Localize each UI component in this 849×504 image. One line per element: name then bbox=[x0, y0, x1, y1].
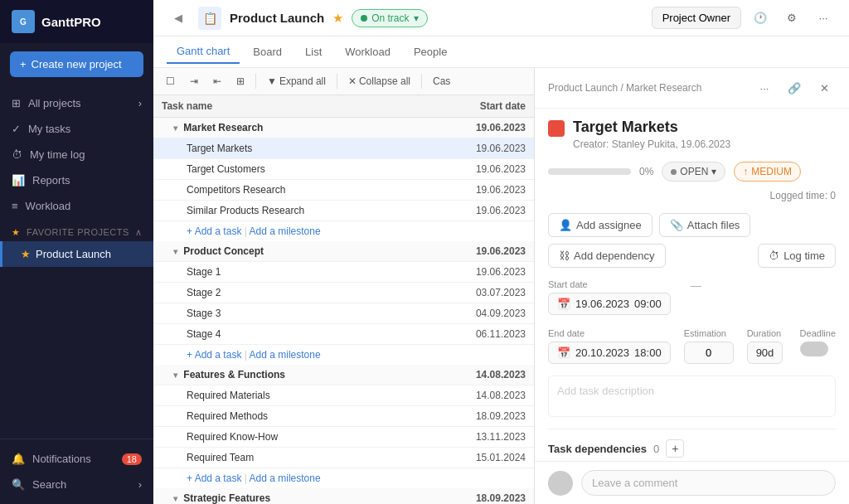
settings-icon[interactable]: ⚙ bbox=[779, 6, 804, 31]
table-row[interactable]: Required Methods 18.09.2023 bbox=[153, 406, 534, 427]
table-row[interactable]: ▾ Features & Functions 14.08.2023 bbox=[153, 365, 534, 385]
bar-chart-icon: 📊 bbox=[12, 174, 25, 187]
checkbox-all-button[interactable]: ☐ bbox=[160, 73, 181, 90]
calendar-icon: 📅 bbox=[557, 298, 570, 310]
panel-task-title: Target Markets bbox=[573, 119, 730, 136]
add-task-ff-link[interactable]: + Add a task bbox=[187, 472, 241, 484]
start-date-header: Start date bbox=[451, 95, 534, 117]
group-toggle-icon[interactable]: ▾ bbox=[173, 494, 177, 503]
table-row[interactable]: Target Markets 19.06.2023 bbox=[153, 138, 534, 159]
group-toggle-icon[interactable]: ▾ bbox=[173, 371, 177, 380]
sidebar-item-search[interactable]: 🔍 Search › bbox=[0, 472, 153, 497]
progress-bar bbox=[548, 168, 631, 175]
content-area: ☐ ⇥ ⇤ ⊞ ▼ Expand all ✕ Collapse all bbox=[153, 68, 849, 504]
add-dependency-button[interactable]: ⛓ Add dependency bbox=[548, 244, 666, 268]
indent-button[interactable]: ⇥ bbox=[184, 73, 204, 90]
end-date-input[interactable]: 📅 20.10.2023 18:00 bbox=[548, 342, 671, 364]
end-date-label: End date bbox=[548, 328, 671, 338]
comment-input[interactable]: Leave a comment bbox=[581, 470, 836, 496]
table-row[interactable]: Target Customers 19.06.2023 bbox=[153, 159, 534, 180]
sidebar-item-notifications[interactable]: 🔔 Notifications 18 bbox=[0, 446, 153, 472]
project-star-icon[interactable]: ★ bbox=[332, 11, 343, 26]
expand-all-button[interactable]: ▼ Expand all bbox=[261, 73, 332, 90]
paperclip-icon: 📎 bbox=[670, 219, 683, 231]
task-color-indicator bbox=[548, 120, 565, 137]
panel-dates-row: Start date 📅 19.06.2023 09:00 — End date bbox=[548, 279, 836, 364]
add-task-pc-link[interactable]: + Add a task bbox=[187, 349, 241, 361]
history-icon[interactable]: 🕐 bbox=[748, 6, 773, 31]
tab-list[interactable]: List bbox=[295, 41, 332, 63]
add-dependency-plus-button[interactable]: + bbox=[666, 439, 684, 458]
attach-files-button[interactable]: 📎 Attach files bbox=[659, 213, 751, 237]
log-time-button[interactable]: ⏱ Log time bbox=[758, 244, 836, 268]
sidebar-item-my-tasks[interactable]: ✓ My tasks bbox=[0, 116, 153, 142]
chevron-up-icon[interactable]: ∧ bbox=[135, 227, 143, 238]
more-options-button[interactable]: ··· bbox=[753, 76, 776, 99]
table-row[interactable]: ▾ Market Research 19.06.2023 bbox=[153, 118, 534, 138]
avatar bbox=[548, 471, 573, 496]
table-row[interactable]: Stage 1 19.06.2023 bbox=[153, 262, 534, 283]
on-track-status[interactable]: On track ▾ bbox=[352, 9, 427, 27]
hierarchy-button[interactable]: ⊞ bbox=[230, 73, 250, 90]
logged-time: Logged time: 0 bbox=[770, 190, 836, 201]
sidebar-item-workload[interactable]: ≡ Workload bbox=[0, 193, 153, 219]
add-assignee-button[interactable]: 👤 Add assignee bbox=[548, 213, 653, 237]
group-toggle-icon[interactable]: ▾ bbox=[173, 124, 177, 133]
start-date-input[interactable]: 📅 19.06.2023 09:00 bbox=[548, 293, 671, 315]
dependencies-title: Task dependencies bbox=[548, 443, 647, 455]
clock-icon: ⏱ bbox=[12, 148, 22, 161]
add-task-link[interactable]: + Add a task bbox=[187, 225, 241, 237]
table-row[interactable]: Competitors Research 19.06.2023 bbox=[153, 180, 534, 201]
estimation-input[interactable] bbox=[684, 342, 734, 364]
task-name-header: Task name bbox=[153, 95, 451, 117]
dependencies-section: Task dependencies 0 + Task 🔍 ✕ bbox=[548, 429, 836, 461]
priority-chip[interactable]: ↑ MEDIUM bbox=[734, 162, 801, 182]
gantt-toolbar: ☐ ⇥ ⇤ ⊞ ▼ Expand all ✕ Collapse all bbox=[153, 68, 534, 95]
more-options-icon[interactable]: ··· bbox=[811, 6, 836, 31]
tab-board[interactable]: Board bbox=[243, 41, 292, 63]
cas-button[interactable]: Cas bbox=[427, 73, 456, 90]
add-milestone-pc-link[interactable]: Add a milestone bbox=[250, 349, 321, 361]
deadline-label: Deadline bbox=[800, 328, 836, 338]
ganttpro-icon: G bbox=[12, 10, 35, 33]
outdent-button[interactable]: ⇤ bbox=[207, 73, 227, 90]
table-row[interactable]: Stage 2 03.07.2023 bbox=[153, 283, 534, 303]
toolbar-separator3 bbox=[421, 74, 422, 89]
chevron-right-icon-search: › bbox=[138, 478, 142, 491]
deadline-toggle[interactable] bbox=[800, 342, 828, 356]
table-row[interactable]: ▾ Strategic Features 18.09.2023 bbox=[153, 488, 534, 504]
table-row[interactable]: Required Materials 14.08.2023 bbox=[153, 385, 534, 406]
end-date-field: End date 📅 20.10.2023 18:00 bbox=[548, 328, 671, 364]
sidebar-item-my-time-log[interactable]: ⏱ My time log bbox=[0, 142, 153, 167]
create-new-project-button[interactable]: + Create new project bbox=[10, 51, 143, 77]
panel-status-row: 0% OPEN ▾ ↑ MEDIUM Logged time: 0 bbox=[548, 162, 836, 201]
share-link-button[interactable]: 🔗 bbox=[783, 76, 806, 99]
duration-label: Duration bbox=[747, 328, 784, 338]
table-row[interactable]: ▾ Product Concept 19.06.2023 bbox=[153, 241, 534, 262]
close-panel-button[interactable]: ✕ bbox=[813, 76, 836, 99]
comment-area: Leave a comment bbox=[535, 461, 849, 504]
task-description[interactable]: Add task description bbox=[548, 376, 836, 417]
table-row[interactable]: Required Know-How 13.11.2023 bbox=[153, 427, 534, 448]
table-row[interactable]: Stage 4 06.11.2023 bbox=[153, 324, 534, 345]
add-milestone-ff-link[interactable]: Add a milestone bbox=[250, 472, 321, 484]
search-icon: 🔍 bbox=[12, 478, 25, 491]
grid-icon: ⊞ bbox=[12, 97, 21, 109]
table-row[interactable]: Stage 3 04.09.2023 bbox=[153, 303, 534, 324]
table-row[interactable]: Similar Products Research 19.06.2023 bbox=[153, 201, 534, 221]
deadline-field: Deadline bbox=[800, 328, 836, 356]
tab-workload[interactable]: Workload bbox=[335, 41, 400, 63]
add-milestone-link[interactable]: Add a milestone bbox=[250, 225, 321, 237]
tab-people[interactable]: People bbox=[404, 41, 457, 63]
status-chip-open[interactable]: OPEN ▾ bbox=[662, 162, 725, 182]
group-toggle-icon[interactable]: ▾ bbox=[173, 247, 177, 256]
tab-gantt-chart[interactable]: Gantt chart bbox=[167, 40, 240, 64]
collapse-all-button[interactable]: ✕ Collapse all bbox=[342, 73, 416, 90]
project-owner-button[interactable]: Project Owner bbox=[652, 7, 741, 29]
sidebar-toggle-button[interactable]: ◀ bbox=[167, 7, 190, 30]
status-chevron: ▾ bbox=[711, 166, 716, 177]
sidebar-project-product-launch[interactable]: ★ Product Launch bbox=[0, 241, 153, 267]
table-row[interactable]: Required Team 15.01.2024 bbox=[153, 448, 534, 468]
sidebar-item-reports[interactable]: 📊 Reports bbox=[0, 167, 153, 193]
sidebar-item-all-projects[interactable]: ⊞ All projects › bbox=[0, 90, 153, 116]
